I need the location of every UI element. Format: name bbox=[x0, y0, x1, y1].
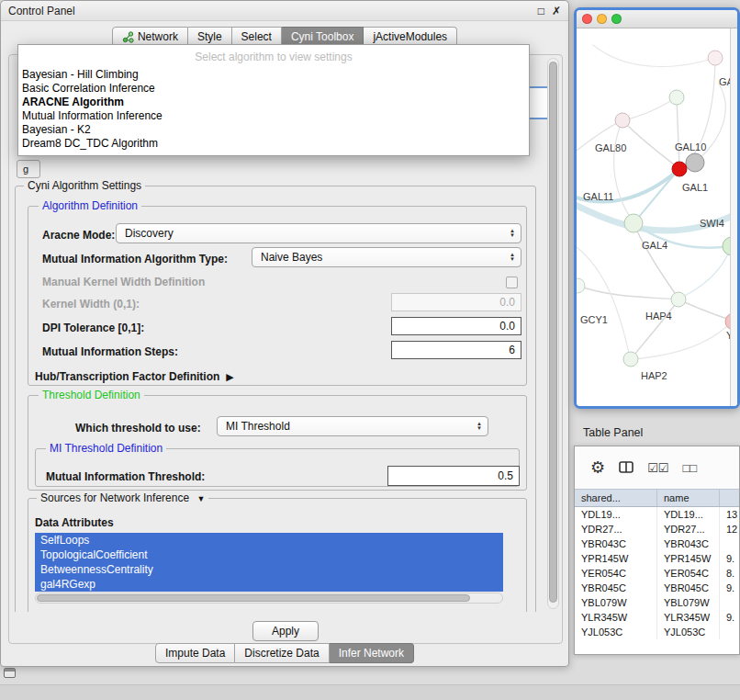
node-hap4[interactable] bbox=[671, 292, 686, 307]
node-top-right[interactable] bbox=[708, 51, 723, 65]
apply-button[interactable]: Apply bbox=[252, 621, 319, 641]
table-cell: YLR345W bbox=[575, 610, 657, 625]
tab-label: Select bbox=[241, 30, 272, 43]
which-threshold-select[interactable]: MI Threshold ▲ ▼ bbox=[217, 416, 488, 436]
network-edge[interactable] bbox=[622, 120, 678, 168]
settings-vertical-scrollbar[interactable] bbox=[547, 58, 559, 609]
algorithm-option-bayesian-k2[interactable]: Bayesian - K2 bbox=[18, 123, 529, 137]
node-label-swi4: SWI4 bbox=[700, 218, 724, 229]
kernel-width-label: Kernel Width (0,1): bbox=[42, 298, 140, 310]
traffic-minimize-button[interactable] bbox=[597, 14, 607, 24]
table-toolbar: ⚙ ☑☑ □□ bbox=[575, 446, 739, 489]
network-scrollbar[interactable] bbox=[730, 28, 737, 406]
attribute-item-selfloops[interactable]: SelfLoops bbox=[35, 533, 503, 548]
table-row[interactable]: YDL19...YDL19...13 bbox=[575, 507, 739, 522]
table-cell: YBL079W bbox=[575, 595, 657, 610]
table-row[interactable]: YJL053CYJL053C bbox=[575, 625, 739, 639]
tab-impute-data[interactable]: Impute Data bbox=[155, 643, 235, 663]
network-edge[interactable] bbox=[577, 286, 678, 299]
node-gal1[interactable] bbox=[672, 162, 687, 176]
tab-infer-network[interactable]: Infer Network bbox=[330, 643, 414, 663]
kernel-width-value: 0.0 bbox=[499, 296, 515, 309]
table-cell: 9. bbox=[720, 581, 740, 595]
algorithm-option-mutual-information-inference[interactable]: Mutual Information Inference bbox=[18, 109, 529, 123]
network-edge[interactable] bbox=[677, 97, 679, 168]
restore-panel-icon[interactable] bbox=[4, 668, 16, 678]
deselect-all-rows-icon[interactable]: □□ bbox=[682, 462, 697, 474]
algorithm-prompt: Select algorithm to view settings bbox=[18, 47, 529, 68]
tab-label: Infer Network bbox=[339, 647, 404, 660]
network-edge[interactable] bbox=[678, 299, 733, 321]
table-row[interactable]: YLR345WYLR345W9. bbox=[575, 610, 739, 625]
algorithm-option-bayesian-hill-climbing[interactable]: Bayesian - Hill Climbing bbox=[18, 68, 529, 82]
network-edge[interactable] bbox=[633, 170, 678, 223]
sources-group-title: Sources for Network Inference bbox=[40, 491, 189, 504]
network-view-window: GALGAL80GAL10GAL1GAL11SWI4GAL4GCY1HAP4HA… bbox=[574, 7, 740, 409]
node-left-edge[interactable] bbox=[577, 278, 585, 293]
traffic-zoom-button[interactable] bbox=[611, 14, 622, 24]
columns-icon[interactable] bbox=[619, 461, 633, 475]
network-edge[interactable] bbox=[678, 247, 731, 299]
gear-icon[interactable]: ⚙ bbox=[590, 459, 605, 476]
table-row[interactable]: YER054CYER054C8. bbox=[575, 566, 739, 581]
control-panel-window: Control Panel □ ✗ NetworkStyleSelectCyni… bbox=[0, 0, 569, 667]
network-edge[interactable] bbox=[614, 120, 633, 221]
column-header-col-2[interactable] bbox=[720, 490, 740, 506]
bottom-tab-bar: Impute DataDiscretize DataInfer Network bbox=[1, 643, 568, 663]
node-label-gcy1: GCY1 bbox=[580, 314, 608, 325]
algorithm-option-aracne-algorithm[interactable]: ARACNE Algorithm bbox=[18, 96, 529, 109]
network-canvas[interactable]: GALGAL80GAL10GAL1GAL11SWI4GAL4GCY1HAP4HA… bbox=[577, 28, 737, 406]
table-header: shared...name bbox=[575, 489, 739, 507]
network-edge[interactable] bbox=[622, 98, 676, 120]
dpi-tolerance-field[interactable]: 0.0 bbox=[391, 317, 521, 335]
mi-algorithm-type-select[interactable]: Naive Bayes ▲ ▼ bbox=[252, 247, 521, 267]
attribute-item-betweennesscentrality[interactable]: BetweennessCentrality bbox=[35, 562, 503, 577]
scrollbar-thumb[interactable] bbox=[549, 62, 557, 603]
combo-arrows-icon: ▲ ▼ bbox=[510, 229, 515, 238]
node-label-gal1: GAL1 bbox=[682, 182, 708, 193]
node-gal80[interactable] bbox=[615, 113, 630, 128]
float-window-icon[interactable]: □ bbox=[538, 6, 544, 17]
control-panel-titlebar[interactable]: Control Panel □ ✗ bbox=[1, 1, 568, 21]
mi-threshold-field[interactable]: 0.5 bbox=[387, 466, 520, 486]
select-all-rows-icon[interactable]: ☑☑ bbox=[647, 462, 668, 474]
network-window-titlebar[interactable] bbox=[577, 10, 737, 28]
tab-label: Impute Data bbox=[165, 647, 225, 660]
node-gal4[interactable] bbox=[624, 214, 643, 232]
network-edge[interactable] bbox=[593, 45, 714, 67]
scrollbar-thumb[interactable] bbox=[37, 594, 470, 602]
node-label-gal10: GAL10 bbox=[675, 141, 706, 152]
close-icon[interactable]: ✗ bbox=[552, 6, 561, 17]
manual-kernel-width-checkbox[interactable] bbox=[506, 277, 518, 288]
attributes-horizontal-scrollbar[interactable] bbox=[35, 593, 503, 604]
mi-steps-field[interactable]: 6 bbox=[391, 341, 521, 359]
sources-group-toggle[interactable]: Sources for Network Inference ▼ bbox=[37, 491, 208, 504]
hub-transcription-factor-toggle[interactable]: Hub/Transcription Factor Definition ▶ bbox=[35, 370, 234, 383]
column-header-name[interactable]: name bbox=[657, 490, 720, 506]
table-row[interactable]: YPR145WYPR145W9. bbox=[575, 551, 739, 566]
table-cell bbox=[720, 536, 740, 551]
network-edge[interactable] bbox=[633, 223, 678, 299]
table-row[interactable]: YDR27...YDR27...12 bbox=[575, 522, 739, 536]
table-row[interactable]: YBR043CYBR043C bbox=[575, 536, 739, 551]
expand-arrow-icon: ▼ bbox=[196, 494, 205, 503]
aracne-mode-select[interactable]: Discovery ▲ ▼ bbox=[116, 223, 521, 243]
algorithm-option-basic-correlation-inference[interactable]: Basic Correlation Inference bbox=[18, 82, 529, 96]
table-cell: 9. bbox=[720, 610, 740, 625]
tab-discretize-data[interactable]: Discretize Data bbox=[235, 643, 329, 663]
traffic-close-button[interactable] bbox=[582, 14, 592, 24]
data-attributes-label: Data Attributes bbox=[35, 516, 114, 529]
node-hap2[interactable] bbox=[623, 352, 638, 367]
node-upper[interactable] bbox=[669, 90, 684, 105]
node-label-hap2: HAP2 bbox=[641, 370, 667, 381]
table-row[interactable]: YBR045CYBR045C9. bbox=[575, 581, 739, 595]
network-edge[interactable] bbox=[577, 247, 630, 357]
table-row[interactable]: YBL079WYBL079W bbox=[575, 595, 739, 610]
column-header-shared[interactable]: shared... bbox=[575, 490, 657, 506]
attribute-item-gal4rgexp[interactable]: gal4RGexp bbox=[35, 577, 503, 592]
node-gal10[interactable] bbox=[686, 153, 704, 172]
attribute-item-topologicalcoefficient[interactable]: TopologicalCoefficient bbox=[35, 548, 503, 562]
algorithm-option-dream8-dc-tdc-algorithm[interactable]: Dream8 DC_TDC Algorithm bbox=[18, 137, 529, 151]
mi-algorithm-type-label: Mutual Information Algorithm Type: bbox=[42, 253, 228, 265]
table-cell: YBR043C bbox=[575, 536, 657, 551]
